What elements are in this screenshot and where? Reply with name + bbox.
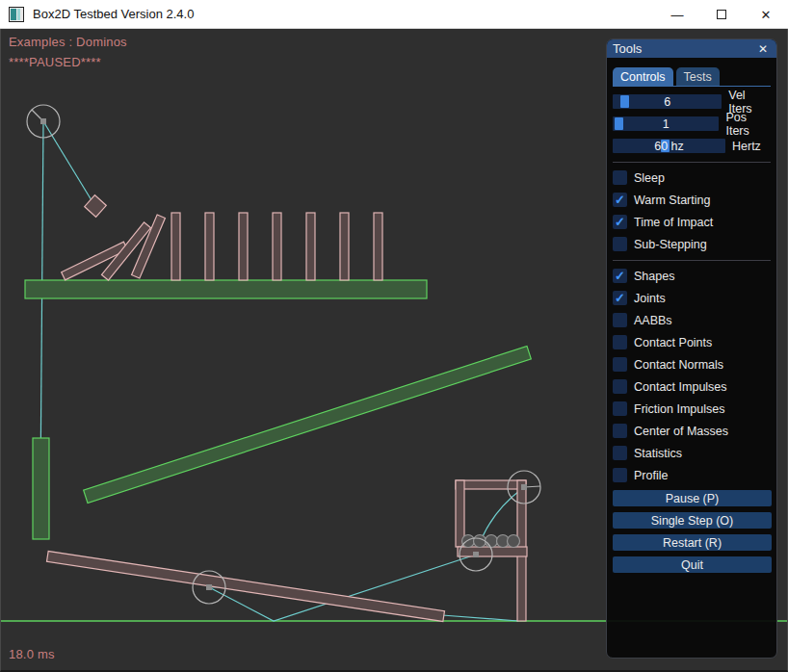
- checkbox-icon: ✓: [613, 424, 627, 438]
- tab-bar: Controls Tests: [613, 67, 771, 87]
- checkbox-icon: ✓: [613, 313, 627, 327]
- joint-pendulum-rod: [43, 121, 94, 205]
- frame-top-bar: [456, 480, 526, 489]
- hertz-value: 60 hz: [613, 139, 725, 153]
- checkbox-aabbs[interactable]: ✓ AABBs: [613, 313, 771, 327]
- shelf-platform: [25, 280, 427, 298]
- checkbox-icon: ✓: [613, 401, 627, 416]
- checkbox-joints[interactable]: ✓ Joints: [613, 291, 771, 305]
- checkbox-time-of-impact[interactable]: ✓ Time of Impact: [613, 215, 771, 229]
- single-step-button[interactable]: Single Step (O): [613, 512, 772, 529]
- tab-tests[interactable]: Tests: [676, 67, 720, 86]
- checkbox-sub-stepping[interactable]: ✓ Sub-Stepping: [613, 237, 771, 251]
- checkbox-icon: ✓: [613, 357, 627, 372]
- pos-iters-slider[interactable]: 1: [613, 116, 719, 131]
- checkbox-profile[interactable]: ✓ Profile: [613, 468, 771, 482]
- hertz-slider[interactable]: 60 hz: [613, 139, 725, 153]
- joint-cable-bottom: [442, 615, 518, 621]
- minimize-button[interactable]: —: [655, 0, 699, 29]
- checkbox-icon: ✓: [613, 215, 627, 229]
- vel-iters-slider-row: 6 Vel Iters: [613, 94, 771, 109]
- pendulum-bob[interactable]: [85, 195, 107, 218]
- seesaw-plank[interactable]: [47, 551, 445, 621]
- hertz-slider-row: 60 hz Hertz: [613, 139, 771, 153]
- checkbox-icon: ✓: [613, 335, 627, 349]
- pos-iters-slider-row: 1 Pos Iters: [613, 116, 771, 131]
- standing-dominos[interactable]: [171, 213, 382, 280]
- maximize-button[interactable]: [699, 0, 744, 29]
- tools-panel-titlebar[interactable]: Tools ✕: [607, 39, 776, 58]
- restart-button[interactable]: Restart (R): [613, 534, 772, 551]
- maximize-icon: [717, 10, 726, 19]
- checkbox-icon: ✓: [613, 193, 627, 207]
- checkbox-center-of-masses[interactable]: ✓ Center of Masses: [613, 424, 771, 438]
- close-button[interactable]: ✕: [744, 0, 788, 29]
- hanging-plank[interactable]: [33, 438, 49, 539]
- paused-status: ****PAUSED****: [9, 55, 101, 69]
- simulation-canvas[interactable]: Examples : Dominos ****PAUSED**** 18.0 m…: [0, 29, 788, 672]
- checkbox-icon: ✓: [613, 468, 627, 482]
- app-icon: [9, 7, 24, 22]
- checkbox-icon: ✓: [613, 379, 627, 394]
- pos-iters-label: Pos Iters: [725, 111, 771, 138]
- checkbox-statistics[interactable]: ✓ Statistics: [613, 446, 771, 460]
- checkbox-shapes[interactable]: ✓ Shapes: [613, 269, 771, 283]
- quit-button[interactable]: Quit: [613, 556, 772, 573]
- checkbox-icon: ✓: [613, 269, 627, 283]
- pause-button[interactable]: Pause (P): [613, 490, 772, 506]
- vel-iters-value: 6: [613, 94, 722, 109]
- joint-rope: [40, 121, 43, 486]
- sleeping-balls[interactable]: [462, 535, 520, 548]
- frame-time: 18.0 ms: [9, 647, 55, 661]
- checkbox-sleep[interactable]: ✓ Sleep: [613, 170, 771, 185]
- window-titlebar: Box2D Testbed Version 2.4.0 — ✕: [0, 0, 788, 29]
- window-title: Box2D Testbed Version 2.4.0: [33, 7, 194, 21]
- separator: [613, 260, 771, 261]
- tools-panel-title: Tools: [613, 41, 755, 56]
- separator: [613, 162, 771, 163]
- checkbox-contact-normals[interactable]: ✓ Contact Normals: [613, 357, 771, 372]
- example-title: Examples : Dominos: [9, 35, 127, 49]
- pos-iters-value: 1: [613, 116, 719, 131]
- vel-iters-slider[interactable]: 6: [613, 94, 722, 109]
- hertz-label: Hertz: [732, 140, 761, 153]
- tools-panel: Tools ✕ Controls Tests 6 Vel Iters: [606, 39, 777, 659]
- incline-plank: [84, 347, 532, 504]
- tools-panel-close-icon[interactable]: ✕: [755, 42, 771, 56]
- checkbox-warm-starting[interactable]: ✓ Warm Starting: [613, 193, 771, 207]
- checkbox-contact-impulses[interactable]: ✓ Contact Impulses: [613, 379, 771, 394]
- checkbox-friction-impulses[interactable]: ✓ Friction Impulses: [613, 401, 771, 416]
- checkbox-icon: ✓: [613, 170, 627, 185]
- checkbox-icon: ✓: [613, 237, 627, 251]
- fallen-dominos[interactable]: [62, 215, 166, 280]
- checkbox-icon: ✓: [613, 446, 627, 460]
- checkbox-contact-points[interactable]: ✓ Contact Points: [613, 335, 771, 349]
- checkbox-icon: ✓: [613, 291, 627, 305]
- tab-controls[interactable]: Controls: [613, 67, 673, 86]
